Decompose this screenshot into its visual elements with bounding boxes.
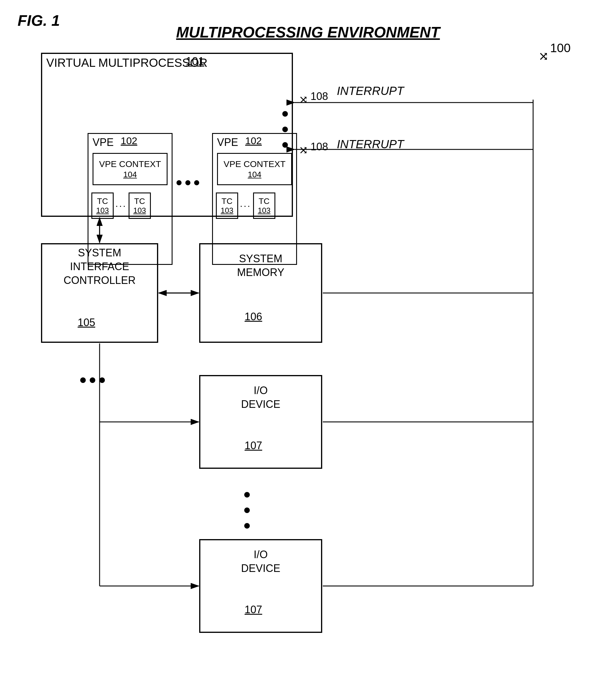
vpe-context-right-number: 104 (218, 170, 291, 179)
system-memory-label: SYSTEMMEMORY (202, 252, 319, 280)
interrupt-number-1-slash: ⤨ (299, 93, 308, 106)
tc-ellipsis-right: ··· (240, 200, 251, 211)
tc-box-left-2: TC 103 (129, 193, 151, 219)
vpe-ellipsis: ●●● (175, 175, 202, 189)
tc-box-right-1: TC 103 (216, 193, 238, 219)
interrupt-number-1: 108 (310, 90, 328, 103)
io-dots: ●●● (243, 487, 251, 533)
vmp-box: VIRTUAL MULTIPROCESSOR 101 VPE 102 VPE C… (41, 53, 293, 217)
vpe-context-right-label: VPE CONTEXT (218, 159, 291, 169)
io-device-number-2: 107 (245, 604, 262, 616)
interrupt-number-2-slash: ⤨ (299, 144, 308, 156)
io-device-label-1: I/ODEVICE (202, 384, 319, 411)
vpe-context-box-right: VPE CONTEXT 104 (217, 153, 292, 185)
tc-num-right-1: 103 (221, 206, 233, 215)
sic-bottom-dots: ●●● (79, 372, 108, 387)
interrupt-dots: ●●● (281, 106, 289, 152)
io-device-label-2: I/ODEVICE (202, 548, 319, 576)
vpe-left-label: VPE (92, 136, 114, 149)
vpe-context-left-number: 104 (93, 170, 167, 179)
system-arrow: ⤨ (538, 49, 549, 63)
tc-label-right-2: TC (259, 197, 269, 206)
interrupt-label-1: INTERRUPT (337, 84, 404, 98)
tc-box-right-2: TC 103 (253, 193, 276, 219)
tc-label-right-1: TC (221, 197, 232, 206)
tc-num-left-1: 103 (96, 206, 109, 215)
tc-row-right: TC 103 ··· TC 103 (216, 193, 293, 219)
diagram-title: MULTIPROCESSING ENVIRONMENT (0, 23, 616, 41)
tc-box-left-1: TC 103 (91, 193, 114, 219)
vpe-right-label: VPE (217, 136, 238, 149)
vpe-context-box-left: VPE CONTEXT 104 (92, 153, 168, 185)
vpe-context-left-label: VPE CONTEXT (93, 159, 167, 169)
tc-num-right-2: 103 (258, 206, 270, 215)
tc-num-left-2: 103 (133, 206, 146, 215)
tc-label-left-2: TC (134, 197, 145, 206)
io-device-number-1: 107 (245, 439, 262, 452)
tc-label-left-1: TC (97, 197, 108, 206)
interrupt-label-2: INTERRUPT (337, 138, 404, 151)
tc-row-left: TC 103 ··· TC 103 (91, 193, 169, 219)
vpe-right-number: 102 (245, 135, 262, 147)
system-memory-number: 106 (245, 310, 262, 323)
vmp-label: VIRTUAL MULTIPROCESSOR (46, 56, 207, 69)
system-number: 100 (550, 41, 571, 55)
tc-ellipsis-left: ··· (115, 200, 127, 211)
vpe-left-number: 102 (121, 135, 137, 147)
sic-label: SYSTEMINTERFACECONTROLLER (47, 246, 152, 287)
sic-number: 105 (78, 317, 95, 329)
interrupt-number-2: 108 (310, 141, 328, 153)
vmp-number: 101 (186, 55, 204, 68)
